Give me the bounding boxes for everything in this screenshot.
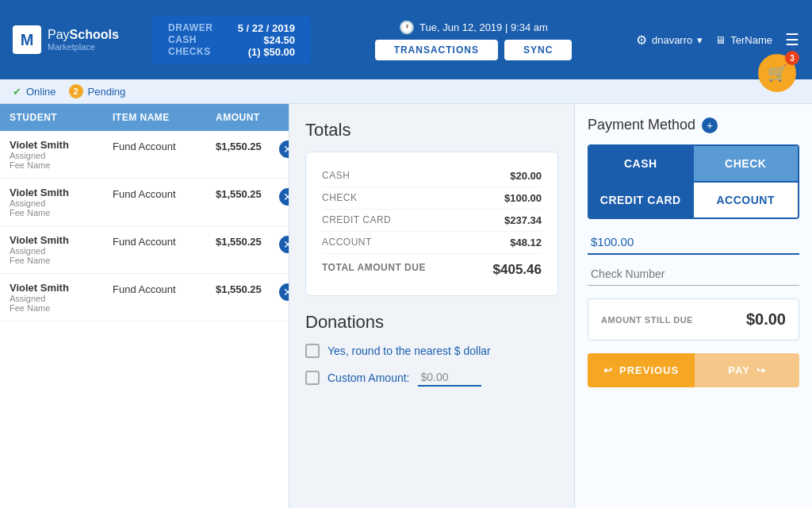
account-method-button[interactable]: ACCOUNT [694,183,799,217]
student-name: Violet Smith [10,139,113,151]
cart-icon: 🛒 [768,64,787,83]
logo-pay: PaySchools [48,28,119,42]
drawer-label: DRAWER [168,22,213,34]
drawer-section: DRAWER 5 / 22 / 2019 CASH $24.50 CHECKS … [152,16,311,64]
total-row-account: ACCOUNT $48.12 [322,232,542,254]
arrow-right-icon: ↪ [756,364,766,376]
round-label[interactable]: Yes, round to the nearest $ dollar [327,344,491,357]
terminal-name: TerName [730,34,772,46]
amount-due-label: AMOUNT STILL DUE [601,315,693,325]
table-row: Violet Smith Assigned Fee Name Fund Acco… [0,226,289,274]
logo-area: M PaySchools Marketplace [13,25,140,54]
payment-panel: Payment Method + CASH CHECK CREDIT CARD … [574,104,812,508]
totals-title: Totals [305,120,558,140]
logo-icon: M [13,25,41,54]
cash-method-button[interactable]: CASH [589,146,694,183]
remove-button[interactable]: ✕ [279,188,289,206]
check-number-input[interactable] [588,263,799,286]
student-fee: Fee Name [10,160,113,170]
student-assigned: Assigned [10,246,113,256]
amount-col-header: AMOUNT [216,112,279,123]
total-row-grand: TOTAL AMOUNT DUE $405.46 [322,257,542,283]
round-checkbox[interactable] [305,344,320,358]
check-value: $100.00 [504,192,542,204]
student-name: Violet Smith [10,282,113,294]
table-row: Violet Smith Assigned Fee Name Fund Acco… [0,274,289,321]
cart-button[interactable]: 🛒 3 [758,54,796,92]
student-info: Violet Smith Assigned Fee Name [10,282,113,313]
cash-label: CASH [322,170,350,182]
custom-amount-input[interactable] [418,369,481,387]
total-row-cash: CASH $20.00 [322,165,542,187]
total-row-credit: CREDIT CARD $237.34 [322,210,542,232]
amount-value: $1,550.25 [216,234,279,248]
amount-due-box: AMOUNT STILL DUE $0.00 [588,298,799,341]
item-name: Fund Account [113,282,216,295]
menu-icon[interactable]: ☰ [785,30,799,49]
credit-card-method-button[interactable]: CREDIT CARD [589,183,694,217]
account-value: $48.12 [510,237,542,248]
datetime: 🕐 Tue, Jun 12, 2019 | 9:34 am [399,20,548,35]
dropdown-arrow-icon: ▾ [697,34,703,46]
online-icon: ✔ [13,86,21,98]
bottom-buttons: ↩ PREVIOUS PAY ↪ [588,353,799,387]
table-header: STUDENT ITEM NAME AMOUNT [0,104,289,131]
item-name: Fund Account [113,139,216,152]
nav-buttons: TRANSACTIONS SYNC [375,40,573,60]
custom-checkbox[interactable] [305,371,320,385]
pending-label: Pending [88,86,126,98]
table-row: Violet Smith Assigned Fee Name Fund Acco… [0,179,289,226]
pending-badge: 2 [69,84,83,98]
cash-value: $24.50 [263,34,295,46]
credit-value: $237.34 [504,214,542,226]
student-info: Violet Smith Assigned Fee Name [10,234,113,265]
student-assigned: Assigned [10,151,113,160]
cash-value: $20.00 [510,170,542,182]
online-status: ✔ Online [13,86,56,98]
student-info: Violet Smith Assigned Fee Name [10,187,113,217]
student-assigned: Assigned [10,198,113,208]
payment-amount-input[interactable] [588,230,799,255]
student-name: Violet Smith [10,187,113,198]
credit-label: CREDIT CARD [322,214,391,226]
check-method-button[interactable]: CHECK [694,146,799,183]
item-name: Fund Account [113,234,216,248]
checks-label: CHECKS [168,46,211,58]
check-label: CHECK [322,192,358,204]
main-content: STUDENT ITEM NAME AMOUNT Violet Smith As… [0,104,812,508]
drawer-date: 5 / 22 / 2019 [238,22,295,34]
remove-button[interactable]: ✕ [279,140,289,158]
pay-button[interactable]: PAY ↪ [695,353,799,387]
add-payment-method-button[interactable]: + [702,117,718,133]
header: M PaySchools Marketplace DRAWER 5 / 22 /… [0,0,812,79]
sync-button[interactable]: SYNC [504,40,572,60]
header-center: 🕐 Tue, Jun 12, 2019 | 9:34 am TRANSACTIO… [324,20,623,60]
student-assigned: Assigned [10,294,113,303]
amount-due-value: $0.00 [746,310,786,329]
previous-button[interactable]: ↩ PREVIOUS [588,353,695,387]
remove-button[interactable]: ✕ [279,236,289,253]
remove-button[interactable]: ✕ [279,283,289,301]
grand-value: $405.46 [493,262,542,278]
monitor-icon: 🖥 [715,34,726,46]
custom-donation-option: Custom Amount: [305,369,558,387]
student-panel: STUDENT ITEM NAME AMOUNT Violet Smith As… [0,104,289,508]
account-label: ACCOUNT [322,237,372,248]
cart-count: 3 [785,51,799,65]
amount-value: $1,550.25 [216,187,279,200]
transactions-button[interactable]: TRANSACTIONS [375,40,498,60]
item-name: Fund Account [113,187,216,200]
checks-value: (1) $50.00 [248,46,295,58]
table-row: Violet Smith Assigned Fee Name Fund Acco… [0,131,289,179]
arrow-left-icon: ↩ [603,364,613,376]
grand-label: TOTAL AMOUNT DUE [322,262,426,278]
amount-value: $1,550.25 [216,282,279,295]
student-fee: Fee Name [10,208,113,217]
custom-label: Custom Amount: [327,371,410,384]
sub-header: ✔ Online 2 Pending [0,79,812,104]
pending-status[interactable]: 2 Pending [69,84,126,98]
payment-title: Payment Method + [588,117,799,133]
gear-icon: ⚙ [636,33,647,48]
student-col-header: STUDENT [10,112,113,123]
user-area[interactable]: ⚙ dnavarro ▾ [636,33,703,48]
